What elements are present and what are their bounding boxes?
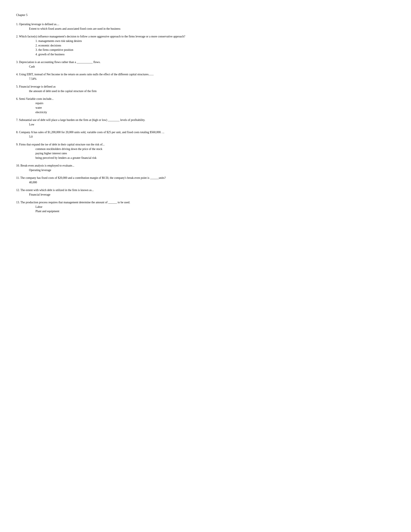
sub-list-6: repairswaterelectricity — [16, 101, 395, 115]
sub-item-13-1: Labor — [36, 205, 395, 209]
question-block-13: 13. The production process requires that… — [16, 200, 395, 214]
answer-1-1: Extent to which fixed assets and associa… — [16, 27, 395, 31]
sub-item-9-3: being perceived by lenders as a greater … — [36, 156, 395, 160]
question-text-9: 9. Firms that expand the ise of debt in … — [16, 142, 395, 147]
questions-container: 1. Operating leverage is defined as....E… — [16, 22, 395, 214]
answer-10-1: Operating leverage — [16, 168, 395, 172]
answer-7-1: Low — [16, 122, 395, 127]
sub-item-2-3: 3. the firms competitive position — [36, 48, 395, 52]
question-text-4: 4. Using EBIT, instead of Net Income in … — [16, 72, 395, 77]
answer-3-1: Cash — [16, 65, 395, 69]
sub-item-2-1: 1. managements own risk taking desires — [36, 39, 395, 43]
question-text-10: 10. Break-even analysis is employed to e… — [16, 163, 395, 168]
question-text-7: 7. Substantial use of debt will place a … — [16, 118, 395, 122]
question-block-8: 8. Company A has sales of $1,200,000 for… — [16, 130, 395, 139]
question-block-7: 7. Substantial use of debt will place a … — [16, 118, 395, 127]
question-text-8: 8. Company A has sales of $1,200,000 for… — [16, 130, 395, 135]
sub-item-6-3: electricity — [36, 110, 395, 115]
question-block-3: 3. Depreciation is an accounting flows r… — [16, 60, 395, 69]
answer-12-1: Financial leverage — [16, 192, 395, 197]
question-block-6: 6. Semi-Variable costs include...repairs… — [16, 97, 395, 115]
question-block-4: 4. Using EBIT, instead of Net Income in … — [16, 72, 395, 81]
question-text-11: 11. The company has fixed costs of $20,0… — [16, 176, 395, 180]
sub-item-6-2: water — [36, 105, 395, 110]
sub-list-2: 1. managements own risk taking desires2.… — [16, 39, 395, 57]
question-block-5: 5. Financial leverage is defined asthe a… — [16, 85, 395, 94]
sub-item-9-1: common stockholders driving down the pri… — [36, 147, 395, 151]
question-block-1: 1. Operating leverage is defined as....E… — [16, 22, 395, 31]
question-text-3: 3. Depreciation is an accounting flows r… — [16, 60, 395, 65]
sub-item-13-2: Plant and equipment — [36, 209, 395, 214]
sub-item-2-4: 4. growth of the business — [36, 52, 395, 57]
sub-list-13: LaborPlant and equipment — [16, 205, 395, 214]
question-text-5: 5. Financial leverage is defined as — [16, 85, 395, 89]
question-block-11: 11. The company has fixed costs of $20,0… — [16, 176, 395, 185]
question-text-13: 13. The production process requires that… — [16, 200, 395, 205]
question-text-6: 6. Semi-Variable costs include... — [16, 97, 395, 101]
answer-4-1: 7.54% — [16, 77, 395, 81]
page-container: Chapter 5 1. Operating leverage is defin… — [16, 13, 395, 214]
question-block-2: 2. Which factor(s) influence management'… — [16, 34, 395, 57]
question-block-10: 10. Break-even analysis is employed to e… — [16, 163, 395, 172]
sub-list-9: common stockholders driving down the pri… — [16, 147, 395, 161]
sub-item-2-2: 2. economic decisions — [36, 43, 395, 48]
chapter-title: Chapter 5 — [16, 13, 395, 17]
question-text-12: 12. The extent with which debt is utiliz… — [16, 188, 395, 192]
question-block-12: 12. The extent with which debt is utiliz… — [16, 188, 395, 197]
answer-11-1: 40,000 — [16, 180, 395, 185]
answer-5-1: the amount of debt used in the capital s… — [16, 89, 395, 94]
answer-8-1: 5.0 — [16, 135, 395, 139]
sub-item-9-2: paying higher interest rates — [36, 151, 395, 156]
sub-item-6-1: repairs — [36, 101, 395, 105]
question-text-2: 2. Which factor(s) influence management'… — [16, 34, 395, 39]
question-block-9: 9. Firms that expand the ise of debt in … — [16, 142, 395, 161]
question-text-1: 1. Operating leverage is defined as.... — [16, 22, 395, 27]
